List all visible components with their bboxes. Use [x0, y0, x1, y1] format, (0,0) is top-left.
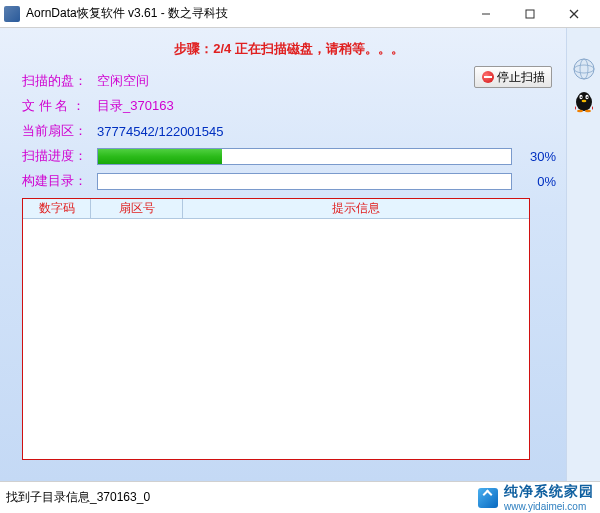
close-button[interactable] [552, 2, 596, 26]
stop-icon [482, 71, 494, 83]
svg-point-11 [580, 97, 582, 99]
row-build-progress: 构建目录： 0% [22, 172, 556, 190]
footer-brand[interactable]: 纯净系统家园 www.yidaimei.com [478, 483, 594, 512]
side-panel [566, 28, 600, 481]
scan-progress-fill [98, 149, 222, 164]
app-icon [4, 6, 20, 22]
status-text: 找到子目录信息_370163_0 [6, 489, 478, 506]
value-sector: 37774542/122001545 [97, 124, 224, 139]
build-progress-bar [97, 173, 512, 190]
window-controls [464, 2, 596, 26]
build-progress-pct: 0% [520, 174, 556, 189]
minimize-icon [481, 9, 491, 19]
titlebar: AornData恢复软件 v3.61 - 数之寻科技 [0, 0, 600, 28]
value-file-name: 目录_370163 [97, 97, 174, 115]
label-file-name: 文 件 名 ： [22, 97, 97, 115]
col-header-code[interactable]: 数字码 [23, 199, 91, 218]
step-text: 步骤：2/4 正在扫描磁盘，请稍等。。。 [22, 40, 556, 58]
close-icon [569, 9, 579, 19]
svg-point-12 [586, 97, 588, 99]
grid-header: 数字码 扇区号 提示信息 [23, 199, 529, 219]
qq-icon[interactable] [571, 88, 597, 114]
label-scan-disk: 扫描的盘： [22, 72, 97, 90]
row-sector: 当前扇区： 37774542/122001545 [22, 122, 556, 140]
maximize-button[interactable] [508, 2, 552, 26]
statusbar: 找到子目录信息_370163_0 纯净系统家园 www.yidaimei.com [0, 481, 600, 513]
brand-text-block: 纯净系统家园 www.yidaimei.com [504, 483, 594, 512]
label-build-progress: 构建目录： [22, 172, 97, 190]
grid-body[interactable] [23, 219, 529, 459]
window-title: AornData恢复软件 v3.61 - 数之寻科技 [26, 5, 464, 22]
scan-progress-bar [97, 148, 512, 165]
col-header-hint[interactable]: 提示信息 [183, 199, 529, 218]
stop-scan-button[interactable]: 停止扫描 [474, 66, 552, 88]
svg-point-13 [581, 100, 586, 103]
maximize-icon [525, 9, 535, 19]
svg-point-4 [574, 59, 594, 79]
result-grid: 数字码 扇区号 提示信息 [22, 198, 530, 460]
scan-progress-pct: 30% [520, 149, 556, 164]
brand-url: www.yidaimei.com [504, 501, 594, 512]
svg-point-15 [585, 110, 591, 112]
value-scan-disk: 空闲空间 [97, 72, 149, 90]
label-scan-progress: 扫描进度： [22, 147, 97, 165]
col-header-sector[interactable]: 扇区号 [91, 199, 183, 218]
main-panel: 步骤：2/4 正在扫描磁盘，请稍等。。。 停止扫描 扫描的盘： 空闲空间 文 件… [0, 28, 566, 481]
stop-scan-label: 停止扫描 [497, 69, 545, 86]
svg-rect-1 [526, 10, 534, 18]
minimize-button[interactable] [464, 2, 508, 26]
brand-name: 纯净系统家园 [504, 483, 594, 501]
svg-point-14 [577, 110, 583, 112]
globe-icon[interactable] [571, 56, 597, 82]
label-sector: 当前扇区： [22, 122, 97, 140]
brand-logo-icon [478, 488, 498, 508]
row-scan-progress: 扫描进度： 30% [22, 147, 556, 165]
row-file-name: 文 件 名 ： 目录_370163 [22, 97, 556, 115]
client-area: 步骤：2/4 正在扫描磁盘，请稍等。。。 停止扫描 扫描的盘： 空闲空间 文 件… [0, 28, 600, 481]
